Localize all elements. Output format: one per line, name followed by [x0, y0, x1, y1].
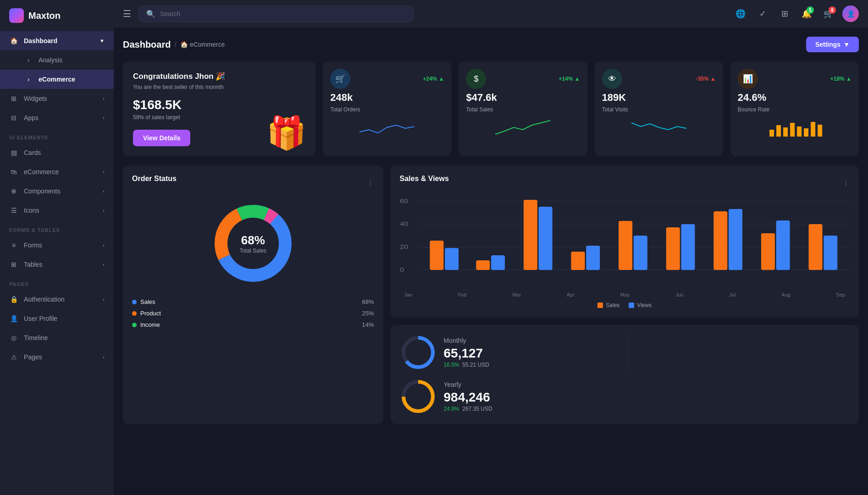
yearly-info: Yearly 984,246 24.9% 267.35 USD	[444, 381, 492, 412]
svg-rect-2	[783, 127, 788, 137]
chart-x-labels: Jan Feb Mar Apr May Jun Jul Aug Sep	[400, 292, 850, 297]
sidebar: Maxton 🏠 Dashboard ▼ › Analysis › eComme…	[0, 0, 114, 495]
yearly-ring	[400, 378, 437, 415]
svg-rect-24	[523, 200, 537, 270]
sidebar-item-apps[interactable]: ⊟ Apps ‹	[0, 108, 114, 127]
legend-dot-product	[132, 311, 137, 316]
cards-icon: ▤	[9, 148, 18, 157]
sidebar-item-label: Analysis	[39, 56, 62, 64]
notification-button[interactable]: 🔔 5	[798, 6, 815, 22]
chevron-down-icon: ‹	[103, 262, 105, 267]
svg-rect-22	[476, 260, 490, 270]
sidebar-item-icons[interactable]: ☰ Icons ‹	[0, 201, 114, 220]
x-label-aug: Aug	[781, 292, 791, 297]
chevron-down-icon: ‹	[103, 188, 105, 194]
avatar[interactable]: 👤	[842, 6, 859, 22]
sidebar-item-user-profile[interactable]: 👤 User Profile	[0, 309, 114, 328]
sales-icon: $	[466, 69, 486, 89]
cart-button[interactable]: 🛒 8	[820, 6, 837, 22]
orders-pct: +24% ▲	[423, 76, 444, 82]
legend-label-views: Views	[637, 302, 652, 308]
yearly-sub: 24.9% 267.35 USD	[444, 406, 492, 412]
orders-value: 248k	[330, 92, 444, 104]
breadcrumb-sub: 🏠 eCommerce	[180, 41, 225, 48]
sidebar-item-label: Forms	[24, 242, 42, 249]
sidebar-item-label: Cards	[24, 149, 41, 156]
legend-label-sales: Sales	[140, 298, 155, 305]
svg-rect-28	[619, 221, 632, 270]
legend-label-income: Income	[140, 321, 160, 328]
cart-badge: 8	[829, 6, 836, 14]
svg-rect-25	[538, 207, 552, 270]
svg-rect-23	[491, 255, 505, 270]
sales-views-card: Sales & Views ⋮ 60 40 20 0	[391, 165, 859, 318]
sidebar-item-ecommerce[interactable]: › eCommerce	[0, 70, 114, 89]
breadcrumb-bar: Dashboard / 🏠 eCommerce Settings ▼	[123, 37, 859, 52]
order-status-menu[interactable]: ⋮	[367, 178, 374, 187]
grid-button[interactable]: ⊞	[776, 6, 793, 22]
breadcrumb-separator: /	[174, 40, 176, 49]
sidebar-item-components[interactable]: ⊕ Components ‹	[0, 182, 114, 201]
chevron-down-icon: ‹	[103, 115, 105, 121]
order-status-title: Order Status	[132, 175, 177, 183]
search-icon: 🔍	[146, 10, 155, 18]
home-icon: 🏠	[9, 36, 18, 45]
form-icon: ≡	[9, 241, 18, 250]
gift-icon: 🎁	[266, 114, 306, 152]
chevron-down-icon: ‹	[103, 354, 105, 360]
visits-icon: 👁	[602, 69, 622, 89]
legend-label-sales: Sales	[606, 302, 619, 308]
language-button[interactable]: 🌐	[732, 6, 749, 22]
view-details-button[interactable]: View Details	[133, 130, 190, 146]
chevron-down-icon: ‹	[103, 242, 105, 248]
svg-rect-3	[790, 123, 795, 137]
sidebar-item-analysis[interactable]: › Analysis	[0, 50, 114, 70]
sidebar-item-authentication[interactable]: 🔒 Authentication ‹	[0, 290, 114, 309]
monthly-label: Monthly	[444, 337, 489, 344]
sidebar-item-ecommerce2[interactable]: 🛍 eCommerce ‹	[0, 162, 114, 182]
svg-rect-33	[729, 209, 742, 270]
legend-dot-income	[132, 323, 137, 327]
orders-label: Total Orders	[330, 106, 444, 113]
legend-dot-views	[629, 302, 634, 308]
sidebar-item-widgets[interactable]: ⊞ Widgets ‹	[0, 89, 114, 108]
section-forms-tables: FORMS & TABLES	[0, 220, 114, 236]
orders-sparkline	[330, 118, 444, 137]
legend-dot-sales	[132, 300, 137, 304]
svg-rect-35	[776, 220, 790, 270]
sidebar-item-label: eCommerce	[39, 76, 75, 83]
sidebar-item-pages[interactable]: ⚠ Pages ‹	[0, 347, 114, 367]
logo-area[interactable]: Maxton	[0, 0, 114, 31]
sidebar-item-cards[interactable]: ▤ Cards	[0, 143, 114, 162]
sidebar-item-label: Dashboard	[24, 37, 57, 44]
legend-val-income: 14%	[362, 321, 374, 328]
settings-button[interactable]: Settings ▼	[806, 37, 859, 52]
congrats-title: Congratulations Jhon 🎉	[133, 72, 305, 81]
section-ui-elements: UI ELEMENTS	[0, 127, 114, 143]
sales-views-legend: Sales Views	[400, 302, 850, 308]
sidebar-item-dashboard[interactable]: 🏠 Dashboard ▼	[0, 31, 114, 50]
sidebar-item-tables[interactable]: ⊞ Tables ‹	[0, 255, 114, 274]
x-label-jun: Jun	[675, 292, 684, 297]
sidebar-item-label: Pages	[24, 353, 42, 361]
sidebar-item-forms[interactable]: ≡ Forms ‹	[0, 236, 114, 255]
sidebar-item-timeline[interactable]: ◎ Timeline	[0, 328, 114, 347]
widget-icon: ⊞	[9, 94, 18, 103]
search-input[interactable]	[160, 10, 406, 17]
app-name: Maxton	[28, 11, 61, 21]
hamburger-button[interactable]: ☰	[123, 8, 131, 19]
bounce-sparkline	[738, 118, 851, 137]
donut-center: 68% Total Sales	[239, 233, 266, 254]
sales-views-menu[interactable]: ⋮	[842, 178, 850, 187]
sidebar-item-label: Apps	[24, 114, 39, 121]
home-small-icon: 🏠	[180, 41, 188, 48]
checkmark-button[interactable]: ✓	[754, 6, 771, 22]
donut-pct: 68%	[239, 233, 266, 248]
x-label-jan: Jan	[404, 292, 413, 297]
logo-icon	[9, 8, 24, 23]
svg-rect-6	[811, 122, 815, 137]
monthly-block: Monthly 65,127 16.5% 55.21 USD	[400, 334, 621, 371]
order-status-header: Order Status ⋮	[132, 175, 374, 190]
user-icon: 👤	[9, 314, 18, 323]
svg-rect-36	[808, 224, 822, 270]
